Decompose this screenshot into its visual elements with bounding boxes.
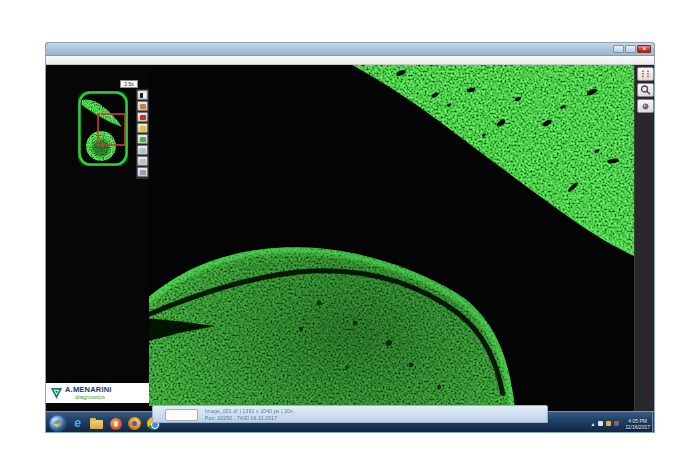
- info-icon: [140, 170, 146, 175]
- marker-green-icon: [140, 137, 146, 142]
- clock-date: 11/16/2017: [625, 424, 650, 430]
- minimize-button[interactable]: [613, 45, 624, 53]
- capture-icon: [140, 159, 146, 164]
- sidebar-tool-button[interactable]: [137, 112, 148, 122]
- windows-explorer-icon[interactable]: [90, 417, 103, 430]
- status-bar: Image_001.tif | 1392 x 1040 px | 20x Pos…: [152, 405, 548, 423]
- close-button[interactable]: [637, 45, 651, 53]
- up-arrow-icon[interactable]: ▲: [590, 421, 595, 427]
- sidebar-tool-button[interactable]: [137, 156, 148, 166]
- opera-icon[interactable]: [109, 417, 122, 430]
- show-desktop-button[interactable]: [652, 412, 655, 433]
- logo-division-text: diagnostics: [75, 394, 112, 401]
- network-icon[interactable]: [598, 421, 603, 426]
- region-marks-icon: [640, 70, 651, 79]
- snapshot-button[interactable]: [637, 99, 654, 113]
- window-controls: [613, 45, 651, 53]
- magnifier-icon: [640, 85, 651, 95]
- status-line-2: Pos: 10250 , 7430 16.11.2017: [205, 415, 293, 422]
- app-window: File: [45, 42, 655, 433]
- thumbnail-tool-strip: [136, 89, 149, 179]
- maximize-button[interactable]: [625, 45, 636, 53]
- sidebar-tool-button[interactable]: [137, 134, 148, 144]
- snapshot-icon: [640, 102, 651, 111]
- layers-icon: [140, 148, 146, 153]
- sidebar-tool-button[interactable]: [137, 167, 148, 177]
- action-center-icon[interactable]: [606, 421, 611, 426]
- start-button[interactable]: [50, 416, 65, 431]
- status-zoom-field[interactable]: [165, 409, 198, 421]
- sidebar-tool-button[interactable]: [137, 90, 148, 100]
- menu-bar: File: [46, 56, 654, 65]
- slide-overview-thumbnail[interactable]: [78, 91, 128, 166]
- sidebar-tool-button[interactable]: [137, 145, 148, 155]
- contrast-icon: [140, 93, 146, 98]
- logo-brand-text: A.MENARINI: [65, 386, 112, 394]
- slide-viewer-canvas[interactable]: [149, 65, 634, 406]
- firefox-icon[interactable]: [128, 417, 141, 430]
- marker-red-icon: [140, 115, 146, 120]
- taskbar-clock[interactable]: 4:05 PM 11/16/2017: [625, 418, 650, 430]
- zoom-tool-button[interactable]: [637, 83, 654, 97]
- magnification-badge: 2.5x: [120, 80, 138, 88]
- annotation-icon: [140, 104, 146, 109]
- marker-yellow-icon: [140, 126, 146, 131]
- sidebar-tool-button[interactable]: [137, 101, 148, 111]
- sidebar: 2.5x A.MENARINI diagnosti: [46, 65, 149, 411]
- thumbnail-image[interactable]: [78, 91, 128, 166]
- internet-explorer-icon[interactable]: e: [71, 417, 84, 430]
- region-marks-button[interactable]: [637, 67, 654, 81]
- volume-icon[interactable]: [614, 421, 619, 426]
- title-bar[interactable]: [46, 43, 654, 56]
- clock-time: 4:05 PM: [625, 418, 650, 424]
- status-line-1: Image_001.tif | 1392 x 1040 px | 20x: [205, 408, 293, 415]
- system-tray: ▲ 4:05 PM 11/16/2017: [590, 414, 650, 433]
- sidebar-tool-button[interactable]: [137, 123, 148, 133]
- vendor-logo: A.MENARINI diagnostics: [46, 383, 149, 403]
- folder-icon: [90, 420, 103, 429]
- menarini-logo-icon: [50, 387, 63, 400]
- photo-frame: File: [0, 0, 700, 467]
- viewer-tool-strip: [634, 65, 655, 411]
